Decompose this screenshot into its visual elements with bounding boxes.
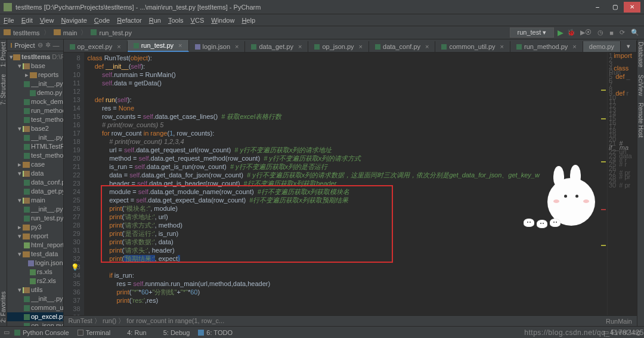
menu-help[interactable]: Help [242, 17, 255, 24]
tree-item[interactable]: ▸reports [7, 70, 63, 79]
breadcrumb-item[interactable]: main [54, 29, 78, 36]
toolwindow-tab[interactable]: SciView [637, 75, 644, 96]
maximize-button[interactable]: ▢ [606, 2, 623, 13]
stop-icon[interactable]: ■ [608, 29, 615, 36]
coverage-icon[interactable]: ▶⦿ [579, 29, 593, 36]
run-button[interactable]: ▶ [558, 28, 564, 37]
bottom-tool[interactable]: Python Console [14, 329, 69, 336]
close-tab-icon[interactable]: × [359, 43, 363, 50]
menu-view[interactable]: View [40, 17, 54, 24]
close-tab-icon[interactable]: × [178, 42, 182, 49]
marker-strip [600, 66, 606, 305]
bottom-tool[interactable]: 4: Run [119, 329, 146, 336]
tree-item[interactable]: data_conf.py [7, 178, 63, 187]
bottom-tool[interactable]: 5: Debug [155, 329, 190, 336]
toolwindow-tab[interactable]: Remote Host [637, 103, 644, 137]
tree-item[interactable]: __init__.py [7, 133, 63, 142]
tree-item[interactable]: login.json [7, 259, 63, 268]
tree-item[interactable]: common_util.py [7, 303, 63, 312]
close-tab-icon[interactable]: × [298, 43, 302, 50]
tree-item[interactable]: rs.xls [7, 268, 63, 276]
secondary-editor[interactable]: 1import234class Run5 def _6789 def r1011… [607, 53, 637, 315]
bottom-tool[interactable]: 6: TODO [198, 329, 233, 336]
tree-item[interactable]: ▾data [7, 169, 63, 178]
file-icon [314, 44, 320, 50]
tree-item[interactable]: ▾base2 [7, 124, 63, 133]
tree-item[interactable]: test_method.py [7, 115, 63, 124]
tree-item[interactable]: __init__.py [7, 294, 63, 303]
tree-item[interactable]: ▾utils [7, 285, 63, 294]
menu-window[interactable]: Window [211, 17, 234, 24]
tree-item[interactable]: rs2.xls [7, 276, 63, 285]
close-tab-icon[interactable]: × [117, 43, 120, 50]
toolwindow-tab[interactable]: Database [637, 42, 644, 67]
tree-item[interactable]: ▸py3 [7, 223, 63, 232]
close-tab-icon[interactable]: × [572, 43, 576, 50]
run-config-dropdown[interactable]: run_test ▾ [510, 27, 555, 38]
tree-item[interactable]: run_method.py [7, 106, 63, 115]
editor-tab[interactable]: run_method.py× [510, 41, 583, 52]
tree-item[interactable]: data_get.py [7, 187, 63, 196]
code-content[interactable]: class RunTest(object): def __init__(self… [84, 53, 607, 315]
close-tab-icon[interactable]: × [500, 43, 504, 50]
bottom-tool[interactable]: Terminal [78, 329, 111, 336]
tree-item[interactable]: ▾test_data [7, 250, 63, 259]
tree-item[interactable]: mock_demo.py [7, 97, 63, 106]
project-tree: ▾testItems D:\PycharmProjects\t ▾base▸re… [7, 51, 63, 326]
menu-file[interactable]: File [4, 17, 14, 24]
profile-icon[interactable]: ◷ [596, 29, 605, 36]
tree-item[interactable]: HTMLTestRunner.py [7, 142, 63, 151]
toolwindow-tab[interactable]: 2: Favorites [0, 291, 7, 322]
tree-item[interactable]: __init__.py [7, 79, 63, 88]
tree-item[interactable]: html_report.html [7, 241, 63, 250]
close-button[interactable]: ✕ [624, 2, 640, 13]
editor-tab[interactable]: demo.py [583, 41, 621, 52]
editor-tab[interactable]: data_conf.py× [369, 41, 435, 52]
gear-icon[interactable]: ✲ [45, 41, 51, 49]
minimize-button[interactable]: – [589, 2, 606, 13]
crumb[interactable]: for row_count in range(1, row_c... [126, 317, 224, 324]
update-icon[interactable]: ⟳ [618, 29, 626, 36]
menu-tools[interactable]: Tools [168, 17, 184, 24]
tab-list-icon[interactable]: ▾ [621, 41, 637, 52]
editor-tab[interactable]: run_test.py× [128, 40, 189, 52]
tree-item[interactable]: __init__.py [7, 205, 63, 214]
search-icon[interactable]: 🔍 [630, 29, 640, 36]
editor-tab[interactable]: data_get.py× [245, 41, 308, 52]
tree-item[interactable]: op_json.py [7, 321, 63, 326]
crumb[interactable]: run() [103, 317, 116, 324]
tree-item[interactable]: ▸case [7, 160, 63, 169]
toolwindow-toggle-icon[interactable]: ▭ [4, 328, 10, 336]
crumb[interactable]: RunTest [69, 317, 92, 324]
tree-item[interactable]: demo.py [7, 88, 63, 97]
menu-code[interactable]: Code [94, 17, 110, 24]
tree-item[interactable]: ▾report [7, 232, 63, 241]
menu-vcs[interactable]: VCS [191, 17, 205, 24]
close-tab-icon[interactable]: × [425, 43, 429, 50]
editor-tab[interactable]: op_excel.py× [64, 41, 128, 52]
editor-tab[interactable]: op_json.py× [308, 41, 369, 52]
tree-item[interactable]: test_method2.py [7, 151, 63, 160]
crumb-right[interactable]: RunMain [606, 318, 632, 325]
tree-item[interactable]: ▾base [7, 62, 63, 70]
tree-item[interactable]: run_test.py [7, 214, 63, 223]
collapse-icon[interactable]: ⊖ [38, 41, 43, 49]
code-area[interactable]: 8910111213141516171819202122232425262728… [64, 53, 637, 315]
debug-button[interactable]: 🐞 [567, 29, 575, 36]
tree-item[interactable]: op_excel.py [7, 312, 63, 321]
toolwindow-tab[interactable]: 7: Structure [0, 74, 7, 105]
tree-item[interactable]: ▾main [7, 196, 63, 205]
hide-icon[interactable]: — [53, 42, 60, 49]
menu-navigate[interactable]: Navigate [61, 17, 86, 24]
menu-edit[interactable]: Edit [21, 17, 33, 24]
editor-tab[interactable]: login.json× [189, 41, 246, 52]
menu-refactor[interactable]: Refactor [117, 17, 142, 24]
close-tab-icon[interactable]: × [235, 43, 239, 50]
tree-root[interactable]: ▾testItems D:\PycharmProjects\t [7, 53, 63, 62]
editor-tab[interactable]: common_util.py× [435, 41, 510, 52]
toolwindow-tab[interactable]: 1: Project [0, 42, 7, 67]
breadcrumb-item[interactable]: run_test.py [91, 29, 131, 36]
bulb-icon[interactable]: 💡 [71, 263, 79, 271]
menu-run[interactable]: Run [149, 17, 161, 24]
breadcrumb-item[interactable]: testItems [4, 29, 40, 36]
